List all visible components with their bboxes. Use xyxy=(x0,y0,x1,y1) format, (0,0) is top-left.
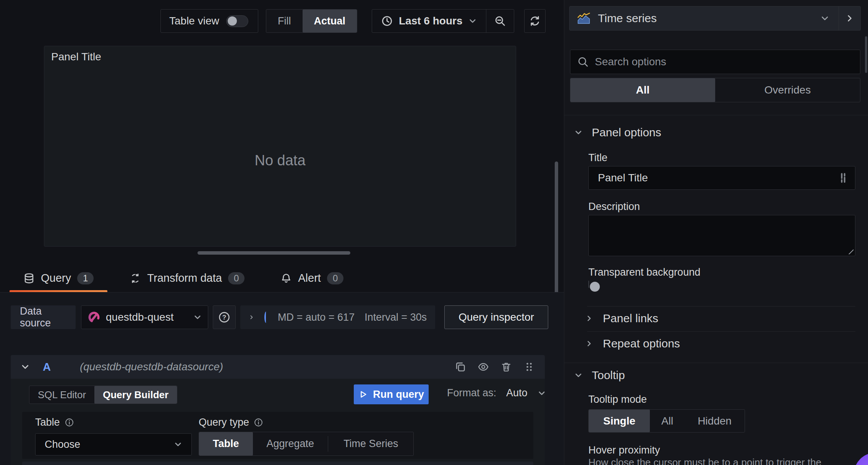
visualization-name: Time series xyxy=(598,12,657,25)
title-field-label: Title xyxy=(588,152,607,164)
info-circle-icon xyxy=(254,418,263,427)
panel-preview-title[interactable]: Panel Title xyxy=(51,51,101,63)
panel-options-section-header[interactable]: Panel options xyxy=(574,126,661,139)
tab-alert-badge: 0 xyxy=(327,272,343,284)
tooltip-mode-single[interactable]: Single xyxy=(589,410,650,432)
data-source-row: Data source questdb-quest xyxy=(11,305,548,329)
time-range-button[interactable]: Last 6 hours xyxy=(372,10,486,32)
grafana-panel-editor: Table view Fill Actual Last 6 hours xyxy=(0,0,868,465)
refresh-button[interactable] xyxy=(524,9,546,33)
query-row-actions xyxy=(455,361,535,373)
chevron-right-icon xyxy=(585,340,593,347)
tooltip-mode-label: Tooltip mode xyxy=(588,394,647,405)
sql-editor-option[interactable]: SQL Editor xyxy=(29,386,94,404)
data-source-name: questdb-quest xyxy=(106,311,173,323)
field-suggestion-icon[interactable] xyxy=(838,172,848,184)
fill-option[interactable]: Fill xyxy=(266,10,303,32)
options-scrollbar[interactable] xyxy=(865,36,867,73)
repeat-options-section[interactable]: Repeat options xyxy=(585,337,680,350)
options-filter-group: All Overrides xyxy=(570,78,860,102)
query-section: Data source questdb-quest xyxy=(0,292,564,465)
interval-summary: Interval = 30s xyxy=(364,312,427,323)
query-builder-option[interactable]: Query Builder xyxy=(94,386,177,404)
timeseries-chart-icon xyxy=(577,12,591,25)
collapse-options-pane-button[interactable] xyxy=(839,6,860,30)
hover-proximity-description: How close the cursor must be to a point … xyxy=(588,457,821,465)
data-source-label: Data source xyxy=(11,305,76,329)
spinner-fragment xyxy=(264,312,268,323)
horizontal-scrollbar[interactable] xyxy=(198,251,350,255)
actual-option[interactable]: Actual xyxy=(303,10,357,32)
query-datasource-note: (questdb-questdb-datasource) xyxy=(80,361,223,373)
info-circle-icon xyxy=(65,418,74,427)
table-view-control: Table view xyxy=(160,9,258,33)
divider xyxy=(564,363,868,363)
editor-tabs: Query 1 Transform data 0 Alert 0 xyxy=(10,266,357,293)
format-as-control: Format as: Auto xyxy=(447,387,546,399)
query-type-field-label: Query type xyxy=(199,417,263,428)
panel-links-label: Panel links xyxy=(603,312,658,325)
transparent-background-toggle[interactable] xyxy=(588,281,589,288)
toggle-knob xyxy=(228,16,237,26)
options-search xyxy=(570,50,860,74)
table-select[interactable]: Choose xyxy=(35,433,192,455)
chevron-down-icon xyxy=(21,362,30,371)
delete-query-trash-icon[interactable] xyxy=(500,361,512,373)
repeat-options-label: Repeat options xyxy=(603,337,680,350)
help-fab-partial[interactable] xyxy=(854,453,868,465)
query-inspector-button[interactable]: Query inspector xyxy=(444,305,548,329)
datasource-help-button[interactable]: ? xyxy=(213,305,236,329)
tab-transform-data[interactable]: Transform data 0 xyxy=(116,266,258,293)
query-type-label-text: Query type xyxy=(199,417,249,428)
table-field-label: Table xyxy=(35,417,74,428)
data-source-picker[interactable]: questdb-quest xyxy=(81,305,208,329)
chevron-right-icon xyxy=(585,315,593,322)
search-icon xyxy=(577,56,589,68)
tab-alert[interactable]: Alert 0 xyxy=(267,266,357,293)
filter-all[interactable]: All xyxy=(570,78,715,102)
table-view-toggle[interactable] xyxy=(226,15,248,27)
panel-options-title: Panel options xyxy=(592,126,661,139)
panel-description-textarea[interactable] xyxy=(588,215,855,256)
tooltip-mode-hidden[interactable]: Hidden xyxy=(685,410,745,432)
tooltip-mode-all[interactable]: All xyxy=(650,410,685,432)
panel-preview: Panel Title No data xyxy=(44,46,516,247)
filter-overrides[interactable]: Overrides xyxy=(715,78,860,102)
hide-query-eye-icon[interactable] xyxy=(478,361,489,373)
chevron-down-icon xyxy=(574,371,583,379)
query-builder-panel: Table Query type Choo xyxy=(22,412,533,459)
tab-query[interactable]: Query 1 xyxy=(10,266,107,293)
tooltip-section-header[interactable]: Tooltip xyxy=(574,369,625,382)
visualization-picker[interactable]: Time series xyxy=(569,6,861,31)
chevron-down-icon[interactable] xyxy=(538,389,546,397)
chevron-down-icon xyxy=(468,17,477,25)
divider xyxy=(564,115,868,115)
play-icon xyxy=(358,390,368,399)
query-row-header[interactable]: A (questdb-questdb-datasource) xyxy=(11,355,545,379)
chevron-down-icon xyxy=(811,14,839,23)
tab-transform-badge: 0 xyxy=(228,272,245,284)
transparent-background-label: Transparent background xyxy=(588,266,700,278)
next-builder-row-partial xyxy=(22,462,533,465)
panel-links-section[interactable]: Panel links xyxy=(585,312,658,325)
run-query-button[interactable]: Run query xyxy=(354,384,429,404)
drag-handle-icon[interactable] xyxy=(523,361,535,373)
options-search-input[interactable] xyxy=(594,55,853,68)
query-type-table[interactable]: Table xyxy=(199,432,253,455)
zoom-out-icon xyxy=(494,15,506,27)
zoom-out-time-button[interactable] xyxy=(486,10,514,32)
panel-title-input[interactable] xyxy=(597,171,838,184)
query-type-aggregate[interactable]: Aggregate xyxy=(253,432,328,455)
tab-alert-label: Alert xyxy=(298,272,321,284)
chevron-right-icon xyxy=(845,14,854,23)
vertical-scrollbar[interactable] xyxy=(555,161,558,306)
resize-grip-icon[interactable] xyxy=(847,247,853,254)
query-options-summary[interactable]: MD = auto = 617 Interval = 30s xyxy=(240,305,435,329)
duplicate-query-icon[interactable] xyxy=(455,361,466,373)
divider xyxy=(587,306,855,307)
refresh-icon xyxy=(529,15,541,27)
query-type-time-series[interactable]: Time Series xyxy=(328,432,413,455)
format-as-label: Format as: xyxy=(447,387,496,399)
panel-title-field xyxy=(588,166,855,190)
format-as-value[interactable]: Auto xyxy=(506,387,528,399)
